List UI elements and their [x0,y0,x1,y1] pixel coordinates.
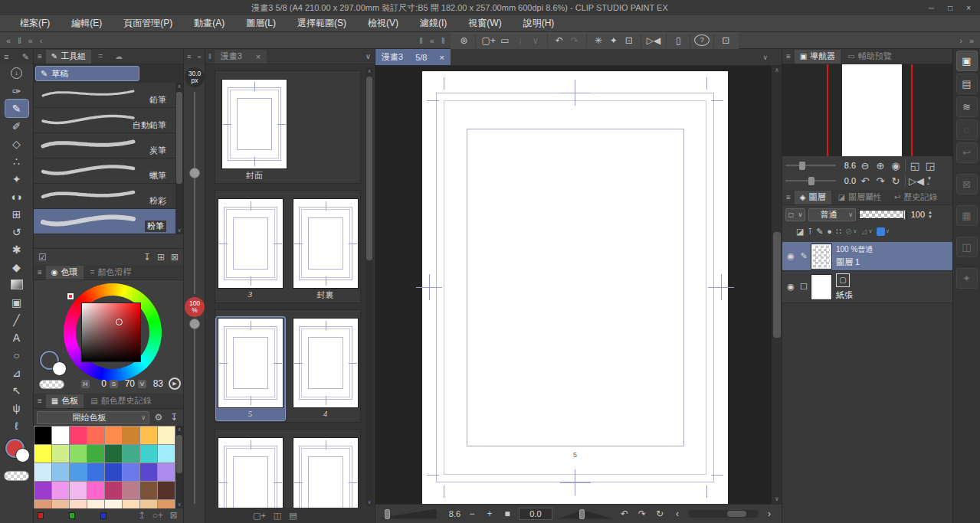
auto-select-tool[interactable]: ✱ [5,240,28,258]
color-swatch[interactable] [140,427,157,444]
color-swatch[interactable] [140,463,157,481]
tab-close-icon[interactable]: × [439,53,444,62]
maximize-button[interactable]: □ [948,4,952,12]
page-thumbnail[interactable] [222,80,287,168]
flip-canvas-icon[interactable]: ▷◀ [645,34,662,47]
lock-transparent-icon[interactable]: ∷ [836,227,841,237]
flip-vertical-icon[interactable]: ▼▵ [927,176,932,185]
selection-pen-tool[interactable]: ◆ [5,258,28,276]
color-swatch[interactable] [123,445,139,463]
quick-color-swatch[interactable] [69,512,75,519]
hand-tool[interactable]: ψ [5,399,28,417]
show-all-checkbox-icon[interactable]: ☑ [38,252,47,263]
panel-toggle-icon[interactable]: ‖ [419,36,423,45]
pencil-tool[interactable]: ✎ [5,100,28,117]
crop-mark-icon[interactable]: ⊡ [621,34,637,47]
color-swatch[interactable] [34,427,51,444]
canvas-page[interactable]: 5 [422,71,728,504]
brush-item[interactable]: 鉛筆 [34,83,183,108]
import-subtool-icon[interactable]: ↧ [143,252,151,263]
brush-size-slider[interactable] [194,92,195,294]
fit-to-screen-icon[interactable]: ◲ [924,160,936,172]
opacity-spinner[interactable]: ▲▼ [928,210,932,219]
wheel-background-color[interactable] [52,361,67,376]
color-swatch[interactable] [158,463,175,481]
navigator-zoom-slider[interactable] [785,161,836,170]
delete-color-icon[interactable]: ⊠ [168,510,179,521]
panel-toggle-icon[interactable]: « [6,36,11,45]
panel-toggle-icon[interactable]: ‖ [441,36,445,45]
menu-item[interactable]: 檢視(V) [359,15,408,31]
panel-toggle-icon[interactable]: › [959,36,962,45]
gradient-tool[interactable] [5,276,28,293]
layer-search-dock-icon[interactable]: ◌ [956,119,978,140]
menu-item[interactable]: 頁面管理(P) [114,15,182,31]
quick-color-swatch[interactable] [100,512,107,519]
tab-color-history[interactable]: ▤ 顏色歷史記錄 [85,394,156,408]
deselect-icon[interactable]: ✳ [591,34,606,47]
color-swatch[interactable] [105,463,122,481]
palette-scrollbar[interactable]: ∧ ∨ [175,426,183,508]
pen-tool[interactable]: ✑ [5,82,28,100]
brush-item[interactable]: 自動鉛筆 [34,108,183,133]
canvas-viewport[interactable]: 5 [375,66,771,504]
background-color-swatch[interactable] [15,448,30,463]
menu-item[interactable]: 動畫(A) [185,15,234,31]
page-thumbnail[interactable] [293,438,358,508]
tab-color-wheel[interactable]: ◉ 色環 [46,266,84,279]
brush-item[interactable]: 炭筆 [34,133,183,159]
fit-to-window-icon[interactable]: ◱ [909,160,921,172]
figure-tool[interactable]: ⊞ [5,205,28,223]
tab-subview[interactable]: ▭ 輔助預覽 [842,50,896,64]
sv-cursor[interactable] [116,319,123,325]
tab-cloud[interactable]: ☁ [110,50,128,64]
color-swatch[interactable] [70,445,87,463]
rotate-cw-button[interactable]: ↷ [636,508,648,519]
layer-thumbnail[interactable] [811,275,831,299]
canvas-document-tab[interactable]: 漫畫3 5/8 × [375,49,451,65]
panel-toggle-icon[interactable]: ‖ [18,36,21,45]
page-thumb-cell[interactable]: 封面 [220,78,289,181]
page-thumb-cell[interactable] [291,436,360,508]
layer-thumbnail[interactable] [811,244,831,269]
blend-tool[interactable]: ◖◗ [5,188,28,205]
page-thumb-cell[interactable]: 封裏 [291,198,360,301]
fill-selection-icon[interactable]: ✦ [606,34,621,47]
scroll-down-icon[interactable]: ∨ [365,498,373,506]
color-swatch[interactable] [52,463,69,481]
brush-item[interactable]: 粉筆 [34,209,183,234]
brush-opacity-handle[interactable] [189,319,200,329]
color-swatch[interactable] [158,445,175,463]
navigator-menu-icon[interactable]: ≡ [784,52,793,60]
layers-dock-icon[interactable]: ≋ [956,96,978,117]
page-thumb-cell[interactable]: 3 [216,198,285,301]
brush-size-handle[interactable] [189,168,200,178]
move-layer-tool[interactable]: ↓ [5,64,28,82]
menu-item[interactable]: 編輯(E) [62,15,111,31]
layer-menu-icon[interactable]: ≡ [784,193,793,201]
clip-below-icon[interactable]: ◪ [796,227,804,237]
page-thumb-cell[interactable]: 4 [291,317,360,420]
brush-list-scrollbar[interactable]: ∧∨ [175,83,183,234]
timeline-dock-icon[interactable]: ↩ [956,142,978,163]
palette-menu-icon[interactable]: ≡ [35,397,44,405]
zoom-out-button[interactable]: − [466,508,478,519]
color-swatch[interactable] [140,482,157,499]
rotation-slider[interactable] [558,509,613,519]
color-swatch[interactable] [158,482,175,499]
page-list-scrollbar[interactable]: ∧ ∨ [365,67,373,506]
page-thumb-cell[interactable] [216,436,285,508]
page-thumb-cell[interactable]: 5 [216,317,285,420]
color-swatch[interactable] [34,463,51,481]
rotate-ccw-icon[interactable]: ↶ [859,175,871,187]
hsv-expand-icon[interactable]: ▶ [169,378,181,390]
page-thumbnail[interactable] [218,438,283,508]
layer-visibility-icon[interactable]: ◉ [784,251,798,261]
correct-line-tool[interactable]: ↖ [5,381,28,399]
page-thumbnail[interactable] [293,319,358,407]
eraser-tool[interactable]: ◇ [5,135,28,152]
color-swatch[interactable] [87,427,104,444]
line-tool[interactable]: ╱ [5,311,28,329]
hue-marker[interactable] [67,293,74,299]
color-swatch[interactable] [105,427,122,444]
